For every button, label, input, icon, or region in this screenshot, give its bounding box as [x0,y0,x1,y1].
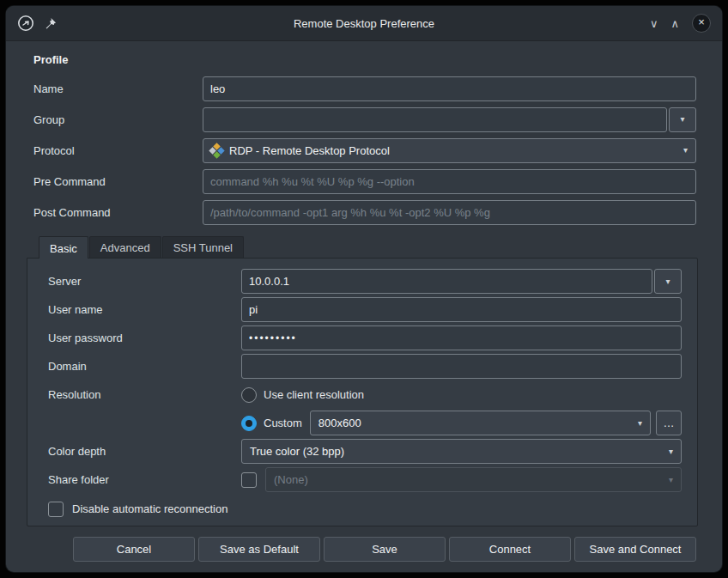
window-title: Remote Desktop Preference [6,17,722,30]
use-client-resolution-radio[interactable] [241,387,257,403]
resolution-row-client: Resolution Use client resolution [48,380,682,409]
name-label: Name [33,82,203,95]
password-label: User password [48,332,241,344]
remote-desktop-preference-window: Remote Desktop Preference ∨ ∧ × Profile … [6,6,722,572]
custom-resolution-radio[interactable] [241,416,257,431]
group-dropdown-button[interactable]: ▾ [669,107,696,132]
custom-resolution-label: Custom [264,417,302,429]
share-folder-row: Share folder (None) ▾ [48,465,682,494]
group-input[interactable] [203,107,667,132]
save-as-default-button[interactable]: Save as Default [198,537,320,562]
close-button[interactable]: × [692,14,711,33]
save-and-connect-button[interactable]: Save and Connect [574,537,696,562]
post-command-input[interactable] [203,200,696,225]
protocol-label: Protocol [33,144,203,157]
domain-label: Domain [48,360,241,373]
connect-button[interactable]: Connect [449,537,571,562]
color-depth-value: True color (32 bpp) [250,445,344,458]
cancel-button[interactable]: Cancel [73,537,195,562]
protocol-combo[interactable]: RDP - Remote Desktop Protocol ▾ [203,138,696,163]
tab-bar: Basic Advanced SSH Tunnel [33,236,696,258]
protocol-value: RDP - Remote Desktop Protocol [229,144,390,157]
dialog-content: Profile Name Group ▾ Protocol [6,41,722,562]
disable-reconnection-row: Disable automatic reconnection [48,496,682,522]
resolution-row-custom: Custom 800x600 ▾ … [48,409,682,437]
password-row: User password [48,324,682,352]
disable-reconnection-checkbox[interactable] [48,502,64,517]
post-command-label: Post Command [33,206,203,219]
server-row: Server ▾ [48,267,682,295]
domain-input[interactable] [241,354,682,379]
pin-icon[interactable] [44,17,57,30]
chevron-up-icon[interactable]: ∧ [670,18,679,29]
use-client-resolution-label: Use client resolution [264,388,364,401]
server-label: Server [48,275,241,288]
titlebar[interactable]: Remote Desktop Preference ∨ ∧ × [6,6,722,41]
custom-resolution-value: 800x600 [318,417,361,429]
disable-reconnection-label: Disable automatic reconnection [72,502,228,515]
save-button[interactable]: Save [324,537,446,562]
server-input[interactable] [241,269,652,294]
pre-command-label: Pre Command [33,175,203,188]
share-folder-checkbox[interactable] [241,472,257,488]
profile-section-label: Profile [33,53,696,66]
password-input[interactable] [241,326,682,350]
pre-command-input[interactable] [203,169,696,194]
app-icon [17,15,34,32]
custom-resolution-combo[interactable]: 800x600 ▾ [310,411,651,435]
dropdown-arrow-icon: ▾ [669,447,673,456]
domain-row: Domain [48,352,682,380]
action-button-row: Cancel Save as Default Save Connect Save… [33,526,696,562]
server-dropdown-button[interactable]: ▾ [654,269,682,294]
color-depth-row: Color depth True color (32 bpp) ▾ [48,437,682,465]
color-depth-combo[interactable]: True color (32 bpp) ▾ [241,439,682,464]
group-label: Group [33,113,203,126]
dropdown-arrow-icon: ▾ [665,277,670,286]
dropdown-arrow-icon: ▾ [680,115,684,124]
tab-basic[interactable]: Basic [39,236,88,259]
share-folder-label: Share folder [48,473,241,486]
dropdown-arrow-icon: ▾ [683,146,688,155]
resolution-label: Resolution [48,388,241,401]
name-input[interactable] [203,76,696,101]
username-row: User name [48,295,682,324]
rdp-protocol-icon [209,143,224,158]
color-depth-label: Color depth [48,445,241,458]
protocol-row: Protocol RDP - Remote Desktop Protocol ▾ [33,135,696,166]
share-folder-value: (None) [274,473,308,486]
tab-advanced[interactable]: Advanced [89,236,161,258]
username-input[interactable] [241,297,682,322]
basic-tab-panel: Server ▾ User name User password [27,258,698,526]
post-command-row: Post Command [33,197,696,228]
chevron-down-icon[interactable]: ∨ [650,18,658,29]
username-label: User name [48,303,241,316]
tab-ssh-tunnel[interactable]: SSH Tunnel [162,236,244,258]
dropdown-arrow-icon: ▾ [638,419,642,428]
dropdown-arrow-icon: ▾ [669,476,673,484]
group-row: Group ▾ [33,104,696,135]
pre-command-row: Pre Command [33,166,696,197]
share-folder-combo: (None) ▾ [265,467,682,492]
resolution-more-button[interactable]: … [656,411,682,435]
name-row: Name [33,73,696,104]
